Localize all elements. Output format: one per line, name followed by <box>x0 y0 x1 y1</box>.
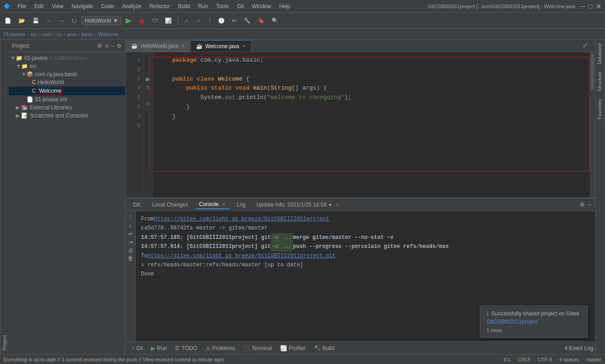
menu-code[interactable]: Code <box>97 2 118 10</box>
menu-refactor[interactable]: Refactor <box>146 2 173 10</box>
editor-scrollbar[interactable] <box>590 52 595 198</box>
search-button[interactable]: 🔍 <box>269 17 281 25</box>
scrollbar-thumb[interactable] <box>591 54 594 90</box>
bottom-tab-log[interactable]: Log <box>233 201 249 209</box>
git-check-button[interactable]: ✓ <box>182 17 192 25</box>
notification-link[interactable]: GitCGBIII2011project <box>487 319 581 325</box>
git-push-button[interactable]: ✓ <box>194 17 204 25</box>
event-log-button[interactable]: 4 Event Log <box>564 345 593 351</box>
menu-file[interactable]: File <box>14 2 30 10</box>
database-side-tab[interactable]: Database <box>596 40 605 68</box>
menu-git[interactable]: Git <box>233 2 247 10</box>
menu-tools[interactable]: Tools <box>213 2 232 10</box>
log-link-1[interactable]: https://gitee.com/light_as_breeze/GitCGB… <box>154 215 329 224</box>
todo-tool-button[interactable]: ☰ TODO <box>171 344 200 352</box>
terminal-tool-button[interactable]: ⬛ Terminal <box>240 344 276 352</box>
breadcrumb-basic[interactable]: basic <box>82 31 93 37</box>
run-tool-button[interactable]: ▶ Run <box>147 344 170 352</box>
bottom-tab-update-info[interactable]: Update Info: 2021/1/25 14:58 ▼ ✕ <box>253 201 343 209</box>
code-editor[interactable]: 1 2 3 4 5 6 7 8 ▶ ⊟ ⊟ <box>126 52 595 198</box>
clear-icon[interactable]: 🗑 <box>128 255 133 261</box>
line-ending[interactable]: CRLF <box>518 357 531 362</box>
tab-helloworld-close[interactable]: ✕ <box>181 44 185 49</box>
coverage-button[interactable]: 🛡 <box>150 17 160 25</box>
notification-more[interactable]: 1 more <box>487 328 581 333</box>
minimize-panel-icon[interactable]: − <box>588 202 591 208</box>
profiler-tool-button[interactable]: 📈 Profiler <box>277 344 309 352</box>
close-button[interactable]: ✕ <box>596 3 601 10</box>
problems-tool-button[interactable]: ⚠ Problems <box>202 344 239 352</box>
tab-welcome-close[interactable]: ✕ <box>242 44 246 49</box>
git-bookmark-button[interactable]: 🔖 <box>255 17 267 25</box>
tree-item-helloworld[interactable]: ▶ C HelloWorld <box>9 78 125 86</box>
recent-button[interactable]: ⭮ <box>69 17 80 25</box>
indent-setting[interactable]: 4 spaces <box>559 357 579 362</box>
git-update-button[interactable]: ↑ <box>205 17 214 25</box>
wrap-icon[interactable]: ↵ <box>128 231 133 237</box>
expand-icon[interactable]: ≡ <box>105 43 108 49</box>
print-icon[interactable]: 🖨 <box>128 247 133 253</box>
run-button[interactable]: ▶ <box>123 15 134 26</box>
tree-item-ext-libs[interactable]: ▶ 📚 External Libraries <box>9 103 125 112</box>
menu-window[interactable]: Window <box>248 2 275 10</box>
bottom-tab-console[interactable]: Console ✕ <box>196 200 229 209</box>
console-close-icon[interactable]: ✕ <box>222 202 226 207</box>
breadcrumb-project[interactable]: 01-javase <box>4 31 25 37</box>
menu-run[interactable]: Run <box>195 2 212 10</box>
tree-item-welcome[interactable]: ▶ C Welcome <box>9 86 125 95</box>
settings-icon[interactable]: ⚙ <box>117 43 122 49</box>
todo-label: TODO <box>182 345 197 351</box>
forward-button[interactable]: → <box>56 17 67 25</box>
breadcrumb-cy[interactable]: cy <box>57 31 62 37</box>
log-link-2[interactable]: https://gitee.com/light_as_breeze/GitCGB… <box>147 252 336 261</box>
breadcrumb-java[interactable]: java <box>67 31 76 37</box>
favorites-side-tab[interactable]: Favorites <box>596 95 605 123</box>
git-branch[interactable]: master <box>586 357 601 362</box>
indent-icon[interactable]: ⇥ <box>128 239 133 245</box>
minimize-button[interactable]: ─ <box>581 3 585 10</box>
new-file-button[interactable]: 📄 <box>2 17 14 25</box>
encoding[interactable]: UTF-8 <box>538 357 552 362</box>
project-side-tab[interactable]: Project <box>0 40 9 354</box>
structure-side-tab[interactable]: Structure <box>596 68 605 95</box>
breadcrumb-src[interactable]: src <box>30 31 37 37</box>
libs-icon: 📚 <box>21 104 28 111</box>
tree-item-src[interactable]: ▼ 📁 src <box>9 62 125 70</box>
menu-view[interactable]: View <box>48 2 67 10</box>
save-button[interactable]: 💾 <box>30 17 42 25</box>
tree-item-project[interactable]: ▼ 📁 01-javase E:\CGB2011III\xm\ <box>9 54 125 62</box>
git-history-button[interactable]: 🕐 <box>215 17 227 25</box>
build-icon: 🔨 <box>314 345 321 351</box>
menu-navigate[interactable]: Navigate <box>68 2 96 10</box>
bottom-tab-local-changes[interactable]: Local Changes <box>149 201 192 209</box>
menu-analyze[interactable]: Analyze <box>118 2 145 10</box>
tree-item-package[interactable]: ▼ 📦 com.cy.java.basic <box>9 70 125 78</box>
menu-build[interactable]: Build <box>174 2 194 10</box>
tree-item-iml[interactable]: ▶ 📄 01-javase.iml <box>9 95 125 103</box>
git-settings-button[interactable]: 🔧 <box>241 17 253 25</box>
breadcrumb-com[interactable]: com <box>42 31 52 37</box>
back-button[interactable]: ← <box>44 17 55 25</box>
code-content[interactable]: package com.cy.java.basic; public class … <box>153 52 590 198</box>
build-tool-button[interactable]: 🔨 Build <box>310 344 338 352</box>
cursor-position[interactable]: 8:1 <box>504 357 510 362</box>
run-config-selector[interactable]: HelloWorld ▼ <box>82 16 121 25</box>
update-close-icon[interactable]: ✕ <box>336 202 339 207</box>
restore-button[interactable]: □ <box>589 3 592 10</box>
tree-item-scratches[interactable]: ▶ 📝 Scratches and Consoles <box>9 112 125 120</box>
scroll-up-icon[interactable]: ↑ <box>129 213 132 220</box>
git-tool-button[interactable]: ⑂ Git <box>127 344 146 352</box>
tab-helloworld[interactable]: ☕ HelloWorld.java ✕ <box>126 40 191 52</box>
scroll-down-icon[interactable]: ↓ <box>129 222 132 229</box>
menu-edit[interactable]: Edit <box>31 2 47 10</box>
collapse-icon[interactable]: − <box>111 43 114 49</box>
menu-help[interactable]: Help <box>276 2 294 10</box>
git-rollback-button[interactable]: ↩ <box>229 17 239 25</box>
project-icon: 📁 <box>16 55 23 61</box>
sync-icon[interactable]: ⚙ <box>97 43 102 49</box>
tab-welcome[interactable]: ☕ Welcome.java ✕ <box>191 40 251 52</box>
settings-gear-icon[interactable]: ⚙ <box>580 202 585 208</box>
open-button[interactable]: 📂 <box>16 17 28 25</box>
debug-button[interactable]: 🐞 <box>136 17 148 25</box>
profile-button[interactable]: 📊 <box>162 17 174 25</box>
